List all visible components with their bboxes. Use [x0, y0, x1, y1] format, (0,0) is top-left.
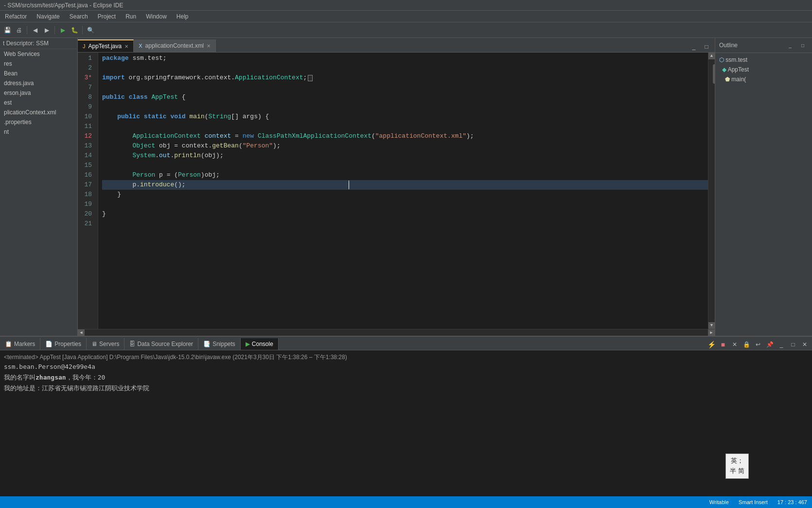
menu-refactor[interactable]: Refactor [0, 11, 32, 22]
line-20: 20 [78, 209, 95, 219]
status-bar: Writable Smart Insert 17 : 23 : 467 [0, 496, 812, 508]
console-word-wrap[interactable]: ↩ [753, 339, 763, 350]
toolbar-search[interactable]: 🔍 [85, 25, 96, 36]
status-writable: Writable [709, 499, 729, 505]
console-maximize[interactable]: □ [788, 339, 798, 350]
servers-icon: 🖥 [91, 341, 97, 347]
toolbar-run[interactable]: ▶ [57, 25, 68, 36]
outline-main[interactable]: ⬟ main( [715, 74, 812, 84]
sidebar-address[interactable]: ddress.java [0, 78, 77, 88]
tab-console[interactable]: ▶ Console [241, 338, 279, 350]
tab-bar: J AppTest.java ✕ X applicationContext.xm… [78, 38, 715, 53]
outline-ssm-test[interactable]: ⬡ ssm.test [715, 55, 812, 65]
console-terminated: <terminated> AppTest [Java Application] … [4, 353, 808, 362]
line-16: 16 [78, 170, 95, 180]
tab-servers[interactable]: 🖥 Servers [87, 338, 124, 350]
sidebar-web-services[interactable]: Web Services [0, 49, 77, 59]
menu-search[interactable]: Search [65, 11, 93, 22]
toolbar-save[interactable]: 💾 [2, 25, 13, 36]
toolbar-debug[interactable]: 🐛 [69, 25, 80, 36]
sidebar-bean[interactable]: Bean [0, 69, 77, 78]
outline-tree: ⬡ ssm.test ◆ AppTest ⬟ main( [715, 53, 812, 86]
tab-appcontext-close[interactable]: ✕ [207, 43, 211, 49]
title-text: - SSM/src/ssm/test/AppTest.java - Eclips… [4, 2, 123, 9]
console-minimize[interactable]: _ [776, 339, 787, 350]
toolbar: 💾 🖨 ◀ ▶ ▶ 🐛 🔍 [0, 22, 812, 38]
code-line-9 [102, 102, 708, 112]
code-line-3: import org.springframework.context.Appli… [102, 73, 708, 83]
console-stop[interactable]: ■ [718, 339, 728, 350]
menu-window[interactable]: Window [141, 11, 172, 22]
code-line-18: } [102, 190, 708, 200]
tab-datasource[interactable]: 🗄 Data Source Explorer [124, 338, 198, 350]
outline-collapse[interactable]: _ [785, 40, 795, 51]
editor-maximize[interactable]: □ [701, 41, 712, 52]
console-close[interactable]: ✕ [799, 339, 810, 350]
servers-label: Servers [99, 341, 119, 347]
sidebar-nt[interactable]: nt [0, 127, 77, 137]
bottom-main: <terminated> AppTest [Java Application] … [0, 350, 812, 496]
tab-apptest[interactable]: J AppTest.java ✕ [78, 39, 134, 52]
outline-close[interactable]: □ [797, 40, 808, 51]
datasource-icon: 🗄 [129, 341, 135, 347]
console-terminate[interactable]: ✕ [729, 339, 740, 350]
tab-markers[interactable]: 📋 Markers [0, 338, 40, 350]
scroll-thumb[interactable] [713, 64, 715, 84]
sidebar-properties[interactable]: .properties [0, 117, 77, 127]
console-icon: ▶ [246, 341, 250, 347]
editor-vscroll[interactable]: ▲ ▼ [708, 53, 715, 329]
tab-appcontext-icon: X [139, 43, 142, 49]
line-1: 1 [78, 54, 95, 63]
editor-minimize[interactable]: _ [688, 41, 699, 52]
console-scroll-lock[interactable]: 🔒 [741, 339, 752, 350]
snippets-label: Snippets [212, 341, 235, 347]
tab-snippets[interactable]: 📑 Snippets [198, 338, 241, 350]
snippets-icon: 📑 [203, 341, 211, 347]
tab-apptest-icon: J [83, 43, 86, 49]
sidebar-descriptor: t Descriptor: SSM [0, 38, 77, 49]
tab-properties[interactable]: 📄 Properties [40, 338, 87, 350]
toolbar-print[interactable]: 🖨 [14, 25, 24, 36]
sidebar-res[interactable]: res [0, 59, 77, 69]
code-line-16: Person p = (Person)obj; [102, 170, 708, 180]
menu-navigate[interactable]: Navigate [32, 11, 64, 22]
scroll-down-btn[interactable]: ▼ [708, 322, 715, 329]
sidebar-est[interactable]: est [0, 98, 77, 108]
line-14: 14 [78, 151, 95, 161]
code-content[interactable]: package ssm.test; import org.springframe… [98, 53, 708, 329]
toolbar-back[interactable]: ◀ [30, 25, 40, 36]
scroll-left-btn[interactable]: ◀ [78, 329, 85, 336]
console-output-2: 我的名字叫zhangsan，我今年：20 [4, 372, 808, 383]
console-output: <terminated> AppTest [Java Application] … [0, 350, 812, 496]
outline-apptest[interactable]: ◆ AppTest [715, 65, 812, 74]
tab-apptest-close[interactable]: ✕ [124, 44, 128, 49]
sidebar-person[interactable]: erson.java [0, 88, 77, 98]
code-editor[interactable]: 1 2 3* 7 8 9 10 11 12 13 14 15 16 17 [78, 53, 715, 329]
menu-run[interactable]: Run [121, 11, 141, 22]
line-21: 21 [78, 219, 95, 229]
editor-area: J AppTest.java ✕ X applicationContext.xm… [78, 38, 715, 336]
line-19: 19 [78, 200, 95, 209]
menu-help[interactable]: Help [172, 11, 194, 22]
editor-hscroll[interactable]: ◀ ▶ [78, 329, 715, 336]
console-pin[interactable]: 📌 [764, 339, 775, 350]
menu-project[interactable]: Project [93, 11, 121, 22]
editor-main: 1 2 3* 7 8 9 10 11 12 13 14 15 16 17 [78, 53, 715, 336]
console-clear[interactable]: ⚡ [706, 339, 717, 350]
sidebar-appcontext[interactable]: plicationContext.xml [0, 108, 77, 117]
line-17: 17 [78, 180, 95, 190]
toolbar-forward[interactable]: ▶ [41, 25, 52, 36]
tab-appcontext[interactable]: X applicationContext.xml ✕ [134, 39, 216, 52]
code-line-12: ApplicationContext context = new ClassPa… [102, 131, 708, 141]
status-insert-mode: Smart Insert [739, 499, 768, 505]
code-line-19 [102, 200, 708, 209]
main-area: t Descriptor: SSM Web Services res Bean … [0, 38, 812, 336]
console-label: Console [252, 341, 273, 347]
ime-line1: 英； [730, 456, 744, 466]
scroll-right-btn[interactable]: ▶ [708, 329, 715, 336]
code-line-1: package ssm.test; [102, 54, 708, 63]
properties-label: Properties [54, 341, 81, 347]
sidebar: t Descriptor: SSM Web Services res Bean … [0, 38, 78, 336]
ime-overlay[interactable]: 英； 半 简 [725, 454, 749, 479]
scroll-up-btn[interactable]: ▲ [708, 53, 715, 59]
